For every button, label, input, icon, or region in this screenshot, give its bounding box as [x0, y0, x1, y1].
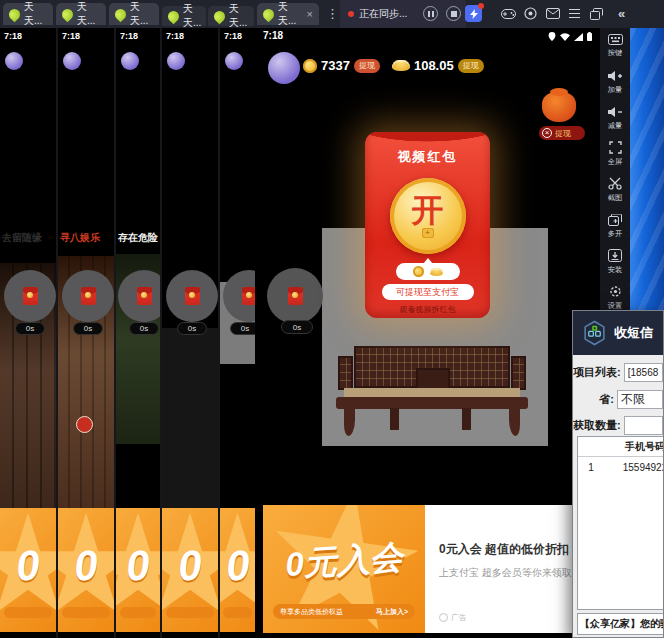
open-coin-button[interactable]: 开 + — [390, 178, 466, 254]
sms-receiver-app-window[interactable]: 收短信 项目列表: [18568 省: 不限 获取数量: 手机号码 1 1559… — [572, 310, 664, 638]
red-envelope-widget[interactable] — [62, 270, 114, 322]
countdown-pill: 0s — [129, 322, 159, 335]
watermark-logo — [76, 416, 93, 433]
quantity-input[interactable] — [624, 416, 663, 435]
keymap-icon — [608, 34, 623, 45]
sidebar-item-multi-instance[interactable]: 多开 — [600, 208, 630, 244]
screenshot-icon — [608, 177, 622, 190]
emulator-instance-1[interactable]: 7:18 去留随缘 0s 0 — [0, 28, 58, 638]
volume-down-icon — [608, 106, 623, 118]
plus-icon: + — [422, 228, 434, 238]
promo-banner[interactable]: 0 — [220, 508, 255, 632]
phone-column-header: 手机号码 — [604, 440, 664, 454]
daybed-leg — [509, 408, 520, 436]
tab-tiantian-1[interactable]: 天天... — [3, 3, 53, 25]
map-pin-icon — [212, 8, 228, 24]
avatar[interactable] — [5, 52, 23, 70]
avatar[interactable] — [63, 52, 81, 70]
red-envelope-widget[interactable] — [267, 268, 323, 324]
video-title-overlay: 存在危险 — [118, 231, 158, 245]
window-restore-button[interactable] — [588, 5, 605, 22]
phone-number-table[interactable]: 手机号码 1 15594922 — [577, 436, 664, 610]
sidebar-item-volume-down[interactable]: 减量 — [600, 100, 630, 136]
avatar[interactable] — [167, 52, 185, 70]
tab-tiantian-2[interactable]: 天天... — [56, 3, 106, 25]
map-pin-icon — [261, 6, 277, 22]
tab-close-icon[interactable]: × — [307, 9, 313, 20]
red-envelope-widget[interactable] — [118, 270, 162, 322]
membership-ad-banner[interactable]: 0元入会 尊享多品类低价权益 马上加入> 0元入会 超值的低价折扣 上支付宝 超… — [263, 505, 597, 633]
pendant-withdraw-pill[interactable]: × 提现 — [539, 126, 585, 140]
battery-icon — [587, 32, 592, 41]
promo-banner[interactable]: 0 — [58, 508, 114, 632]
lightning-icon — [465, 5, 482, 22]
daybed-leg — [390, 408, 399, 430]
sms-content-box[interactable]: 【众享亿家】您的验证 — [577, 613, 664, 635]
promo-banner[interactable]: 0 — [0, 508, 56, 632]
sidebar-item-screenshot[interactable]: 截图 — [600, 172, 630, 208]
red-envelope-icon — [242, 287, 256, 305]
avatar[interactable] — [225, 52, 243, 70]
tab-label: 天天... — [278, 0, 300, 28]
promo-banner[interactable]: 0 — [162, 508, 218, 632]
banner-zero-text: 0 — [224, 541, 251, 591]
avatar[interactable] — [121, 52, 139, 70]
coin-count: 7337 — [321, 58, 350, 73]
sidebar-item-install-apk[interactable]: 安装 — [600, 244, 630, 280]
pendant-label: 提现 — [555, 128, 571, 139]
banner-cta-pill[interactable]: 尊享多品类低价权益 马上加入> — [273, 604, 415, 619]
ad-label: 广告 — [451, 612, 467, 623]
collapse-icon: « — [618, 6, 625, 21]
promo-banner[interactable]: 0 — [116, 508, 160, 632]
withdraw-alipay-pill: 可提现至支付宝 — [382, 284, 474, 300]
project-dropdown[interactable]: [18568 — [624, 363, 663, 382]
table-row[interactable]: 1 15594922 — [578, 457, 664, 477]
settings-icon — [609, 285, 622, 298]
tab-tiantian-3[interactable]: 天天... — [109, 3, 159, 25]
sidebar-item-label: 减量 — [608, 120, 622, 130]
avatar[interactable] — [268, 52, 300, 84]
tab-tiantian-5[interactable]: 天天... — [208, 6, 254, 26]
red-envelope-widget[interactable] — [4, 270, 56, 322]
emulator-instance-2[interactable]: 7:18 寻八娱乐 0s 0 — [58, 28, 116, 638]
sidebar-item-keymap[interactable]: 按键 — [600, 28, 630, 64]
video-redpacket-popup[interactable]: 视频红包 开 + 可提现至支付宝 观看视频拆红包 — [365, 132, 490, 318]
emulator-instance-5[interactable]: 7:18 0s 0 — [220, 28, 255, 638]
ingot-withdraw-badge[interactable]: 提现 — [458, 59, 484, 73]
map-pin-icon — [7, 6, 23, 22]
sidebar-item-label: 全屏 — [608, 157, 622, 167]
gamepad-button[interactable] — [500, 5, 517, 22]
status-time: 7:18 — [4, 31, 22, 41]
emulator-instance-4[interactable]: 7:18 0s 0 — [162, 28, 220, 638]
wallet-row: 7337 提现 108.05 提现 — [303, 58, 484, 73]
sync-stop-button[interactable] — [446, 6, 461, 21]
booster-button[interactable] — [465, 5, 482, 22]
close-icon[interactable]: × — [542, 128, 552, 138]
screen-record-button[interactable] — [522, 5, 539, 22]
reward-icons-pill — [396, 263, 460, 280]
coin-withdraw-badge[interactable]: 提现 — [354, 59, 380, 73]
main-emulator-window[interactable]: 7:18 7337 提现 108.05 提现 × 提现 — [255, 28, 600, 638]
daybed-armrest — [338, 356, 353, 390]
banner-image: 0元入会 尊享多品类低价权益 马上加入> — [263, 505, 425, 633]
banner-subpill — [166, 607, 213, 618]
red-envelope-icon — [81, 287, 96, 305]
message-button[interactable] — [544, 5, 561, 22]
project-label: 项目列表: — [573, 365, 621, 380]
sidebar-item-fullscreen[interactable]: 全屏 — [600, 136, 630, 172]
sms-app-titlebar[interactable]: 收短信 — [573, 311, 663, 355]
daybed-frame — [336, 397, 528, 409]
tab-tiantian-4[interactable]: 天天... — [162, 6, 206, 26]
daybed-leg — [462, 408, 471, 430]
province-dropdown[interactable]: 不限 — [617, 390, 663, 409]
tab-tiantian-6-active[interactable]: 天天... × — [257, 3, 319, 25]
menu-button[interactable] — [566, 5, 583, 22]
lucky-bag-pendant[interactable] — [537, 92, 581, 128]
red-envelope-widget[interactable] — [166, 270, 218, 322]
tab-overflow-menu-icon[interactable]: ⋮ — [326, 6, 339, 21]
sidebar-item-volume-up[interactable]: 加量 — [600, 64, 630, 100]
sync-pause-button[interactable] — [423, 6, 438, 21]
emulator-instance-3[interactable]: 7:18 存在危险 0s 0 — [116, 28, 162, 638]
map-pin-icon — [60, 6, 76, 22]
collapse-sidebar-button[interactable]: « — [613, 5, 630, 22]
